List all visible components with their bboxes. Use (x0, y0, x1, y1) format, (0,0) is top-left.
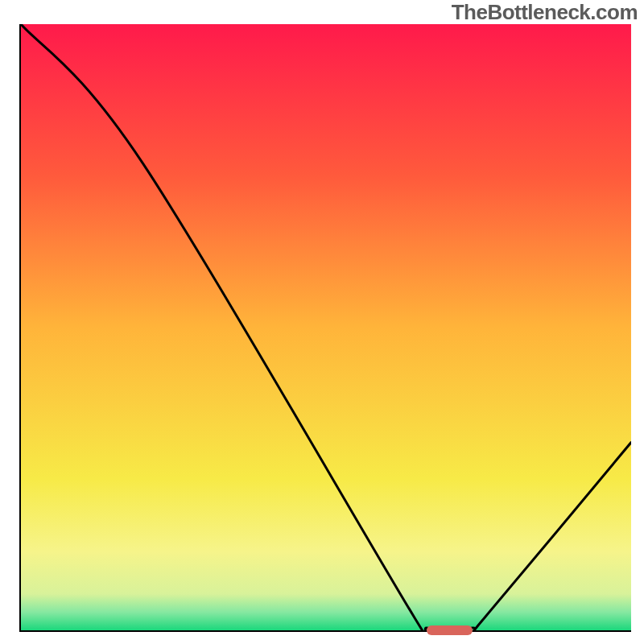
bottleneck-curve (21, 24, 631, 630)
chart-plot-area (19, 24, 631, 632)
watermark-label: TheBottleneck.com (452, 0, 638, 25)
chart-stage: TheBottleneck.com (0, 0, 644, 644)
bottleneck-region-marker (427, 625, 473, 635)
